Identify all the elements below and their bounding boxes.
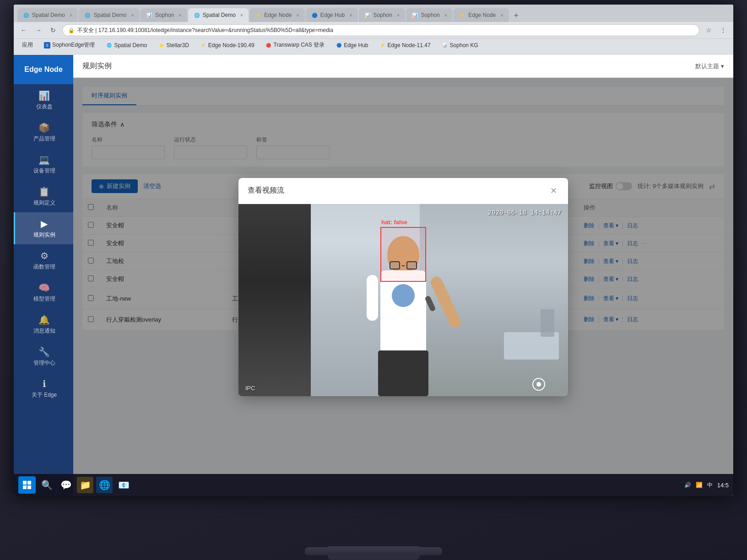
- sidebar-item-model[interactable]: 🧠 模型管理: [14, 276, 73, 308]
- bookmark-edgehub-favicon: 🔵: [336, 42, 342, 48]
- browser-tab-5[interactable]: 🔵 Edge Hub ×: [306, 8, 358, 22]
- bookmark-stellar3d-label: Stellar3D: [166, 42, 189, 48]
- sidebar-label-rule-def: 规则定义: [33, 199, 55, 207]
- forward-button[interactable]: →: [33, 25, 44, 36]
- bookmark-transwarp-label: Transwarp CAS 登录: [274, 41, 325, 49]
- sidebar-item-dashboard[interactable]: 📊 仪表盘: [14, 84, 73, 116]
- tab-close-1[interactable]: ×: [131, 12, 134, 18]
- browser-tab-7[interactable]: 📊 Sophon ×: [406, 8, 453, 22]
- start-button[interactable]: [18, 476, 36, 494]
- tab-label-2: Sophon: [155, 12, 174, 18]
- person-legs: [378, 350, 428, 396]
- person-body-design: [392, 284, 415, 307]
- rule-inst-icon: ▶: [41, 218, 48, 229]
- sidebar-item-device[interactable]: 💻 设备管理: [14, 148, 73, 180]
- bookmark-apps-label: 应用: [22, 41, 33, 49]
- modal-title: 查看视频流: [248, 186, 284, 195]
- mail-taskbar-icon[interactable]: 📧: [115, 477, 132, 493]
- sidebar-item-rule-def[interactable]: 📋 规则定义: [14, 180, 73, 212]
- tab-favicon-0: 🌐: [23, 12, 29, 18]
- bookmark-edgehub[interactable]: 🔵 Edge Hub: [332, 41, 372, 49]
- tab-close-3[interactable]: ×: [240, 12, 243, 18]
- svg-rect-0: [23, 481, 27, 485]
- bookmarks-button[interactable]: ☆: [703, 25, 714, 36]
- bookmark-transwarp[interactable]: 🔴 Transwarp CAS 登录: [262, 40, 329, 50]
- bookmark-edgenode11[interactable]: ⚡ Edge Node-11.47: [376, 41, 434, 49]
- bookmark-spatialdemo-favicon: 🌐: [106, 42, 112, 48]
- address-bar[interactable]: 🔒 不安全 | 172.16.190.49:10081/iotedge/inst…: [62, 24, 699, 36]
- sidebar-item-about[interactable]: ℹ 关于 Edge: [14, 372, 73, 404]
- person-body: [380, 270, 426, 353]
- sidebar-label-device: 设备管理: [33, 167, 55, 175]
- browser-tab-6[interactable]: 📊 Sophon ×: [359, 8, 406, 22]
- back-button[interactable]: ←: [18, 25, 29, 36]
- browser-tab-1[interactable]: 🌐 Spatial Demo ×: [79, 8, 139, 22]
- browser-tab-2[interactable]: 📊 Sophon ×: [141, 8, 187, 22]
- screen: 🌐 Spatial Demo × 🌐 Spatial Demo × 📊 Soph…: [14, 5, 733, 496]
- sidebar-label-dashboard: 仪表盘: [36, 103, 53, 111]
- browser-chrome: 🌐 Spatial Demo × 🌐 Spatial Demo × 📊 Soph…: [14, 5, 733, 55]
- chat-taskbar-icon[interactable]: 💬: [58, 477, 74, 493]
- theme-selector[interactable]: 默认主题 ▾: [695, 62, 724, 70]
- bookmarks-bar: 应用 S SophonEdge管理 🌐 Spatial Demo ⭐ Stell…: [14, 38, 733, 51]
- tab-close-4[interactable]: ×: [296, 12, 299, 18]
- detection-label: hat: false: [381, 219, 407, 226]
- menu-button[interactable]: ⋮: [718, 25, 729, 36]
- monitor-base: [305, 547, 442, 555]
- browser-tab-8[interactable]: ⚡ Edge Node ×: [454, 8, 509, 22]
- tab-close-0[interactable]: ×: [70, 12, 72, 18]
- browser-taskbar-icon[interactable]: 🌐: [96, 477, 113, 493]
- sidebar-label-admin: 管理中心: [33, 359, 55, 367]
- tab-close-5[interactable]: ×: [349, 12, 352, 18]
- sidebar-item-admin[interactable]: 🔧 管理中心: [14, 340, 73, 372]
- language-indicator[interactable]: 中: [707, 481, 713, 489]
- bookmark-apps[interactable]: 应用: [18, 40, 37, 50]
- tab-favicon-3: 🌐: [194, 12, 200, 18]
- lock-icon: 🔒: [68, 27, 75, 33]
- person-arm-left: [367, 275, 378, 321]
- new-tab-button[interactable]: +: [510, 9, 523, 22]
- browser-tabs-bar: 🌐 Spatial Demo × 🌐 Spatial Demo × 📊 Soph…: [14, 5, 733, 22]
- browser-tab-3[interactable]: 🌐 Spatial Demo ×: [188, 8, 249, 22]
- chevron-down-icon: ▾: [721, 63, 724, 70]
- taskbar-time[interactable]: 14:5: [717, 482, 729, 489]
- sidebar-item-rule-inst[interactable]: ▶ 规则实例: [14, 212, 73, 244]
- address-text: 不安全 | 172.16.190.49:10081/iotedge/instan…: [77, 27, 333, 34]
- bookmark-sophonkg-label: Sophon KG: [450, 42, 478, 48]
- sidebar-label-about: 关于 Edge: [32, 391, 57, 399]
- tab-close-2[interactable]: ×: [179, 12, 181, 18]
- tab-close-7[interactable]: ×: [444, 12, 447, 18]
- search-taskbar-icon[interactable]: 🔍: [38, 477, 55, 493]
- tab-close-6[interactable]: ×: [397, 12, 400, 18]
- tab-favicon-5: 🔵: [311, 12, 318, 18]
- video-stream-modal: 查看视频流 ✕: [238, 178, 568, 396]
- tab-favicon-2: 📊: [146, 12, 152, 18]
- bookmark-spatialdemo-label: Spatial Demo: [114, 42, 147, 48]
- reload-button[interactable]: ↻: [48, 25, 59, 36]
- monitor-outer: 🌐 Spatial Demo × 🌐 Spatial Demo × 📊 Soph…: [0, 0, 747, 560]
- bookmark-sophonkg-favicon: 📊: [442, 42, 448, 48]
- browser-tab-0[interactable]: 🌐 Spatial Demo ×: [17, 8, 78, 22]
- browser-tab-4[interactable]: ⚡ Edge Node ×: [249, 8, 304, 22]
- network-icon[interactable]: 📶: [696, 482, 703, 488]
- bg-bottle: [541, 309, 554, 337]
- product-icon: 📦: [38, 122, 50, 133]
- sidebar: Edge Node 📊 仪表盘 📦 产品管理 💻 设备管理 📋 规则定义: [14, 55, 73, 496]
- volume-icon[interactable]: 🔊: [684, 482, 691, 488]
- tab-close-8[interactable]: ×: [500, 12, 503, 18]
- bookmark-stellar3d[interactable]: ⭐ Stellar3D: [154, 41, 192, 49]
- bookmark-sophonkg[interactable]: 📊 Sophon KG: [438, 41, 482, 49]
- bookmark-sophonedge[interactable]: S SophonEdge管理: [40, 40, 98, 50]
- bookmark-edgenode190[interactable]: ⚡ Edge Node-190.49: [196, 41, 258, 49]
- record-indicator[interactable]: [532, 378, 545, 391]
- tab-label-6: Sophon: [374, 12, 392, 18]
- sidebar-item-notify[interactable]: 🔔 消息通知: [14, 308, 73, 340]
- tab-label-1: Spatial Demo: [93, 12, 126, 18]
- modal-close-button[interactable]: ✕: [548, 185, 559, 196]
- bookmark-spatialdemo[interactable]: 🌐 Spatial Demo: [102, 41, 151, 49]
- sidebar-item-product[interactable]: 📦 产品管理: [14, 116, 73, 148]
- rule-def-icon: 📋: [38, 186, 50, 197]
- video-container: hat: false 2020-06-18 14:14:47 IPC: [238, 204, 568, 396]
- sidebar-item-function[interactable]: ⚙ 函数管理: [14, 244, 73, 276]
- files-taskbar-icon[interactable]: 📁: [77, 477, 93, 493]
